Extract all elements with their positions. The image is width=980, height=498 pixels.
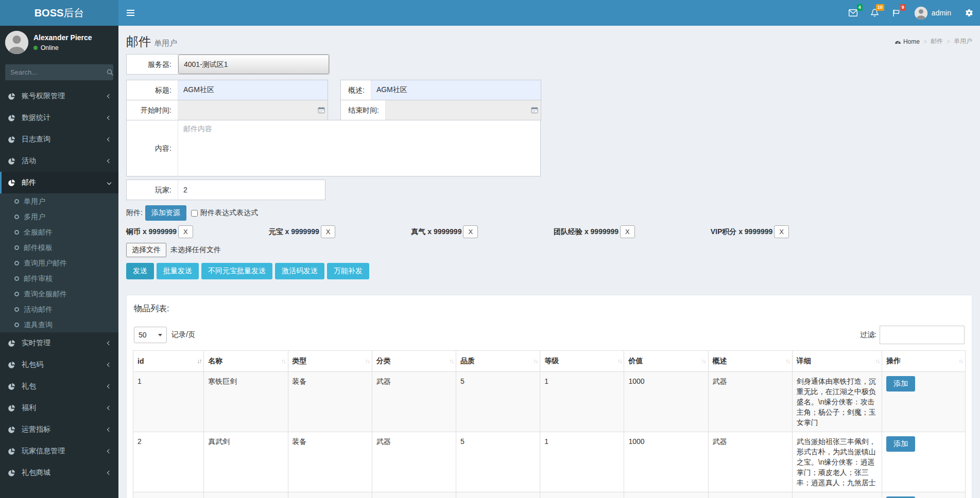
sort-icon[interactable]: ↑↓ — [533, 358, 537, 365]
sort-icon[interactable]: ↑↓ — [449, 358, 453, 365]
sidebar-item-query-all-server-mail[interactable]: 查询全服邮件 — [0, 286, 118, 301]
sidebar-item-query-user-mail[interactable]: 查询用户邮件 — [0, 255, 118, 271]
column-header-action[interactable]: 操作↑↓ — [882, 351, 966, 372]
sidebar-item-multi-user[interactable]: 多用户 — [0, 209, 118, 224]
remove-resource-button[interactable]: X — [774, 225, 789, 238]
page-size-select[interactable]: 50 — [134, 327, 167, 343]
sidebar-item-operation-metrics[interactable]: 运营指标 — [0, 419, 118, 440]
sidebar-item-mail-template[interactable]: 邮件模板 — [0, 240, 118, 255]
sort-icon[interactable]: ↓↑ — [197, 358, 201, 365]
universal-resend-button[interactable]: 万能补发 — [327, 263, 369, 279]
send-button[interactable]: 发送 — [126, 263, 154, 279]
sidebar-item-gift-pack[interactable]: 礼包 — [0, 376, 118, 397]
column-header-category[interactable]: 分类↑↓ — [372, 351, 456, 372]
sidebar-item-all-server-mail[interactable]: 全服邮件 — [0, 224, 118, 240]
pie-chart-icon — [8, 179, 18, 187]
sidebar-item-log-query[interactable]: 日志查询 — [0, 129, 118, 150]
different-yuanbao-batch-send-button[interactable]: 不同元宝批量发送 — [201, 263, 272, 279]
remove-resource-button[interactable]: X — [620, 225, 635, 238]
cell-name: 斩龙刀 — [204, 492, 288, 498]
column-header-value[interactable]: 价值↑↓ — [624, 351, 708, 372]
column-header-quality[interactable]: 品质↑↓ — [456, 351, 540, 372]
sidebar-toggle-button[interactable] — [118, 0, 142, 26]
user-menu[interactable]: admin — [907, 0, 958, 26]
breadcrumb-home-link[interactable]: Home — [895, 38, 920, 45]
page-subtitle: 单用户 — [154, 39, 177, 47]
messages-menu[interactable]: 4 — [843, 0, 864, 26]
add-item-button[interactable]: 添加 — [886, 376, 915, 392]
breadcrumb-section-link[interactable]: 邮件 — [931, 37, 943, 46]
sidebar-user-name: Alexander Pierce — [33, 33, 92, 42]
sidebar-item-mail[interactable]: 邮件 — [0, 172, 118, 193]
server-select[interactable]: 4001-测试区1 — [178, 55, 329, 74]
cell-action: 添加 — [882, 372, 966, 432]
sidebar-user-panel: Alexander Pierce Online — [0, 26, 118, 59]
column-header-name[interactable]: 名称↑↓ — [204, 351, 288, 372]
sidebar-item-gift-code[interactable]: 礼包码 — [0, 354, 118, 376]
pie-chart-icon — [8, 469, 18, 477]
sidebar-item-mail-review[interactable]: 邮件审核 — [0, 271, 118, 286]
sort-icon[interactable]: ↑↓ — [875, 358, 879, 365]
sidebar-item-welfare[interactable]: 福利 — [0, 397, 118, 419]
column-header-summary[interactable]: 概述↑↓ — [708, 351, 792, 372]
sort-icon[interactable]: ↑↓ — [958, 358, 962, 365]
tasks-menu[interactable]: 9 — [886, 0, 907, 26]
sidebar-item-activity-mail[interactable]: 活动邮件 — [0, 301, 118, 317]
add-resource-button[interactable]: 添加资源 — [145, 205, 186, 221]
mail-content-textarea[interactable] — [178, 120, 540, 176]
sort-icon[interactable]: ↑↓ — [617, 358, 621, 365]
mail-form: 服务器: 4001-测试区1 标题: 概述: 开始时间: — [118, 54, 980, 279]
batch-send-button[interactable]: 批量发送 — [157, 263, 199, 279]
settings-menu[interactable] — [958, 0, 980, 26]
sidebar-item-account-permissions[interactable]: 账号权限管理 — [0, 85, 118, 107]
circle-icon — [14, 292, 19, 296]
circle-icon — [14, 215, 19, 219]
calendar-icon[interactable] — [531, 107, 538, 114]
sidebar-item-realtime-management[interactable]: 实时管理 — [0, 332, 118, 354]
messages-badge: 4 — [857, 4, 863, 11]
sort-icon[interactable]: ↑↓ — [281, 358, 285, 365]
remove-resource-button[interactable]: X — [178, 225, 193, 238]
start-time-input[interactable] — [178, 100, 328, 120]
sidebar-item-single-user[interactable]: 单用户 — [0, 193, 118, 209]
sidebar-user-status[interactable]: Online — [33, 44, 92, 51]
cell-category: 武器 — [372, 372, 456, 432]
filter-input[interactable] — [880, 326, 965, 344]
brand-logo[interactable]: BOSS后台 — [0, 0, 118, 26]
cell-value: 1000 — [624, 492, 708, 498]
remove-resource-button[interactable]: X — [463, 225, 478, 238]
title-input[interactable] — [178, 80, 328, 100]
sort-icon[interactable]: ↑↓ — [785, 358, 789, 365]
calendar-icon[interactable] — [318, 107, 325, 114]
sidebar-item-gift-mall[interactable]: 礼包商城 — [0, 462, 118, 484]
summary-input[interactable] — [371, 80, 541, 100]
sidebar-item-item-query[interactable]: 道具查询 — [0, 317, 118, 332]
sort-icon[interactable]: ↑↓ — [365, 358, 369, 365]
sidebar-item-player-info[interactable]: 玩家信息管理 — [0, 440, 118, 462]
user-avatar — [915, 7, 927, 20]
add-item-button[interactable]: 添加 — [886, 436, 915, 452]
tasks-badge: 9 — [900, 4, 906, 11]
column-header-level[interactable]: 等级↑↓ — [540, 351, 624, 372]
sidebar-item-activity[interactable]: 活动 — [0, 150, 118, 172]
column-header-detail[interactable]: 详细↑↓ — [792, 351, 882, 372]
search-input[interactable] — [5, 64, 106, 80]
column-header-id[interactable]: id↓↑ — [133, 351, 204, 372]
column-header-type[interactable]: 类型↑↓ — [288, 351, 372, 372]
pie-chart-icon — [8, 448, 18, 455]
sort-icon[interactable]: ↑↓ — [701, 358, 706, 365]
cell-type: 装备 — [288, 432, 372, 492]
sidebar-item-data-statistics[interactable]: 数据统计 — [0, 107, 118, 129]
expression-checkbox[interactable] — [191, 210, 198, 217]
activation-code-send-button[interactable]: 激活码发送 — [275, 263, 324, 279]
cell-category: 武器 — [372, 432, 456, 492]
search-button[interactable] — [106, 64, 113, 80]
circle-icon — [14, 323, 19, 327]
choose-file-button[interactable]: 选择文件 — [126, 243, 166, 257]
end-time-input[interactable] — [386, 100, 541, 120]
remove-resource-button[interactable]: X — [321, 225, 336, 238]
player-input[interactable] — [178, 180, 325, 200]
chevron-left-icon — [107, 94, 111, 98]
notifications-menu[interactable]: 10 — [864, 0, 886, 26]
pie-chart-icon — [8, 93, 18, 100]
